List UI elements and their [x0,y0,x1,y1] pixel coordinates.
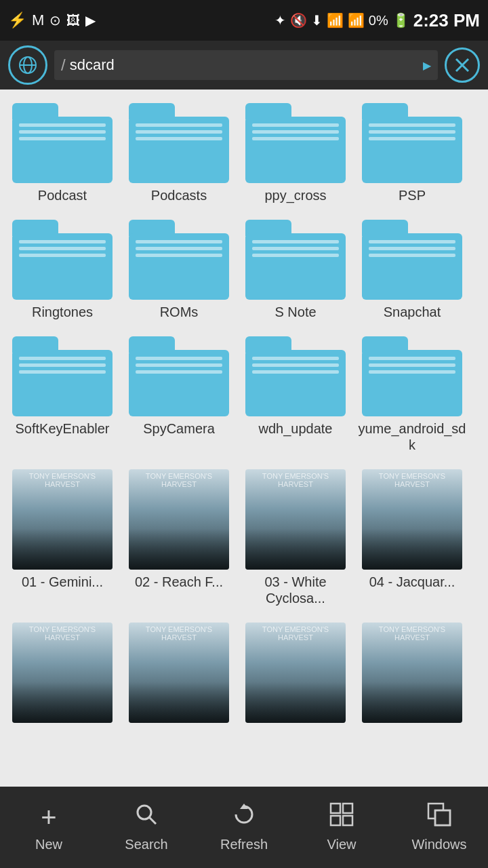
picture-icon: 🖼 [66,13,80,28]
music-file-04[interactable]: TONY EMERSON'S HARVEST 04 - Jacquar... [355,464,469,612]
folder-ppy-cross[interactable]: ppy_cross [239,98,352,209]
folder-label: SoftKeyEnabler [16,420,110,437]
battery-icon: 🔋 [392,12,409,28]
usb-icon: ⚡ [8,12,26,29]
svg-rect-9 [343,804,352,813]
folder-row-1: Podcast Podcasts [0,95,488,212]
view-icon [329,802,354,833]
music-file-05[interactable]: TONY EMERSON'S HARVEST [5,617,119,728]
folder-wdh-update[interactable]: wdh_update [239,331,352,458]
music-label: 01 - Gemini... [22,574,103,590]
folder-roms[interactable]: ROMs [122,214,236,326]
mute-icon: 🔇 [290,12,307,28]
status-icons-right: ✦ 🔇 ⬇ 📶 📶 0% 🔋 2:23 PM [274,10,480,31]
folder-snapchat[interactable]: Snapchat [355,214,469,326]
music-thumb-02: TONY EMERSON'S HARVEST [129,469,229,570]
path-slash: / [61,56,66,75]
file-grid: Podcast Podcasts [0,90,488,827]
music-row-2: TONY EMERSON'S HARVEST TONY EMERSON'S HA… [0,614,488,731]
path-bar: / sdcard ▶ [54,50,438,80]
music-file-07[interactable]: TONY EMERSON'S HARVEST [239,617,352,728]
music-thumb-01: TONY EMERSON'S HARVEST [12,469,113,570]
refresh-icon [232,802,256,833]
folder-label: Podcasts [151,187,207,203]
folder-label: SpyCamera [143,420,215,437]
svg-rect-8 [331,804,340,813]
local-tab[interactable] [8,45,47,85]
refresh-button[interactable]: Refresh [195,802,293,852]
windows-button[interactable]: Windows [390,802,488,852]
gmail-icon: M [32,12,44,29]
search-button[interactable]: Search [98,802,195,852]
svg-rect-11 [343,816,352,825]
windows-icon [427,802,451,833]
folder-spycamera[interactable]: SpyCamera [122,331,236,458]
status-icons-left: ⚡ M ⊙ 🖼 ▶ [8,12,96,29]
folder-yume-android-sdk[interactable]: yume_android_sdk [355,331,469,458]
music-row-1: TONY EMERSON'S HARVEST 01 - Gemini... TO… [0,461,488,614]
globe-icon [18,55,38,75]
new-label: New [35,837,62,852]
sync-icon: ⊙ [49,12,61,28]
svg-line-6 [149,817,156,824]
nav-bar: / sdcard ▶ [0,41,488,90]
folder-softkeyenabler[interactable]: SoftKeyEnabler [5,331,119,458]
search-label: Search [125,837,167,852]
music-thumb-08: TONY EMERSON'S HARVEST [362,623,462,723]
music-file-06[interactable]: TONY EMERSON'S HARVEST [122,617,236,728]
wifi-icon: 📶 [327,12,344,28]
new-button[interactable]: + New [0,802,98,852]
music-thumb-04: TONY EMERSON'S HARVEST [362,469,462,570]
music-label: 02 - Reach F... [135,574,223,590]
folder-label: wdh_update [259,420,333,437]
music-thumb-06: TONY EMERSON'S HARVEST [129,623,229,723]
music-thumb-03: TONY EMERSON'S HARVEST [245,469,346,570]
folder-label: yume_android_sdk [358,420,466,453]
folder-label: ROMs [160,304,199,320]
music-thumb-07: TONY EMERSON'S HARVEST [245,623,346,723]
folder-label: S Note [274,304,316,320]
close-button[interactable] [445,47,480,83]
music-label: 03 - White Cyclosa... [241,574,350,606]
folder-label: Podcast [38,187,87,203]
folder-snote[interactable]: S Note [239,214,352,326]
refresh-label: Refresh [220,837,268,852]
status-time: 2:23 PM [413,10,480,31]
folder-label: Ringtones [32,304,93,320]
path-sdcard: sdcard [70,56,115,74]
svg-rect-10 [331,816,340,825]
search-icon [134,802,159,833]
close-icon [453,56,471,74]
windows-label: Windows [411,837,466,852]
music-label: 04 - Jacquar... [369,574,455,590]
view-label: View [327,837,357,852]
new-icon: + [41,802,56,833]
battery-text: 0% [369,13,388,28]
folder-label: PSP [399,187,426,203]
folder-label: ppy_cross [264,187,326,203]
signal-icon: 📶 [348,12,365,28]
folder-psp[interactable]: PSP [355,98,469,209]
download-icon: ⬇ [311,12,323,28]
music-file-08[interactable]: TONY EMERSON'S HARVEST [355,617,469,728]
music-file-03[interactable]: TONY EMERSON'S HARVEST 03 - White Cyclos… [239,464,352,612]
bottom-bar: + New Search Refresh V [0,787,488,868]
folder-ringtones[interactable]: Ringtones [5,214,119,326]
folder-podcasts[interactable]: Podcasts [122,98,236,209]
folder-podcast[interactable]: Podcast [5,98,119,209]
bluetooth-icon: ✦ [274,12,286,28]
music-file-01[interactable]: TONY EMERSON'S HARVEST 01 - Gemini... [5,464,119,612]
folder-label: Snapchat [384,304,441,320]
status-bar: ⚡ M ⊙ 🖼 ▶ ✦ 🔇 ⬇ 📶 📶 0% 🔋 2:23 PM [0,0,488,41]
music-file-02[interactable]: TONY EMERSON'S HARVEST 02 - Reach F... [122,464,236,612]
path-arrow: ▶ [423,59,431,72]
play-icon: ▶ [85,12,96,28]
svg-rect-13 [435,810,450,825]
view-button[interactable]: View [293,802,390,852]
music-thumb-05: TONY EMERSON'S HARVEST [12,623,113,723]
folder-row-3: SoftKeyEnabler SpyCamera [0,328,488,461]
folder-row-2: Ringtones ROMs [0,212,488,328]
